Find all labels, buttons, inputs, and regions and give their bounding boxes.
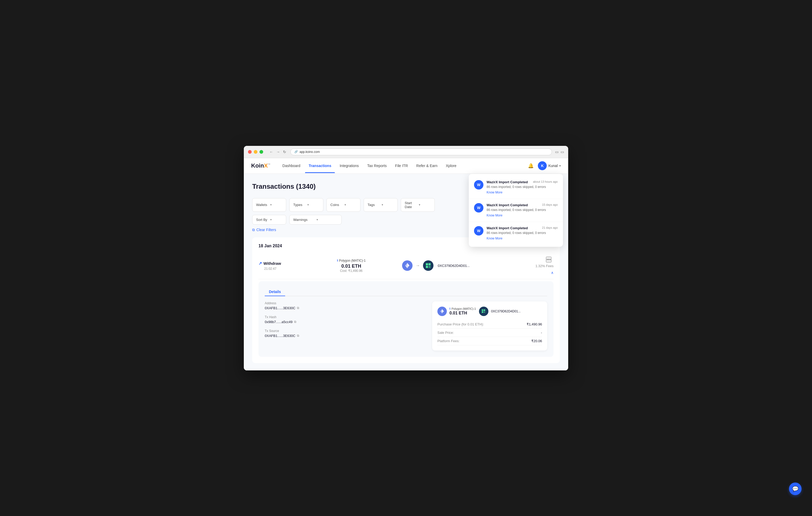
svg-rect-4: [429, 263, 431, 265]
eth-coin-icon: [402, 260, 412, 271]
coins-filter[interactable]: Coins ▾: [326, 198, 360, 212]
details-right: ℹ Polygon (MATIC)-1 0.01 ETH: [432, 301, 547, 351]
notif-body-1: 86 rows imported, 0 rows skipped, 0 erro…: [487, 185, 558, 189]
forward-button[interactable]: →: [275, 149, 281, 155]
details-left: Address 0XAFB1......3E630C ⧉ Tx Hash 0x9…: [265, 301, 424, 351]
tx-source-label: ℹ Polygon (MATIC)-1: [304, 259, 398, 263]
notif-logo-2: W: [474, 203, 484, 213]
svg-rect-11: [482, 311, 484, 313]
sort-chevron-icon: ▾: [270, 218, 282, 221]
types-filter[interactable]: Types ▾: [289, 198, 323, 212]
address-copy-icon[interactable]: ⧉: [297, 306, 299, 310]
warnings-chevron-icon: ▾: [317, 218, 338, 221]
notification-popup: W WazirX Import Completed about 13 hours…: [469, 174, 563, 247]
svg-rect-5: [426, 266, 428, 268]
tx-hash-value: 0x98b7......a5cc49 ⧉: [265, 320, 424, 324]
notif-content-3: WazirX Import Completed 21 days ago 86 r…: [487, 226, 558, 241]
detail-dest-icon: [479, 307, 488, 316]
platform-fees-label: Platform Fees:: [437, 339, 460, 343]
refresh-button[interactable]: ↻: [282, 149, 287, 155]
tx-hash-text: 0x98b7......a5cc49: [265, 320, 292, 324]
tx-address: 0XC379D62D4D01...: [438, 264, 531, 268]
maximize-button[interactable]: [260, 150, 263, 154]
tx-hash-label: Tx Hash: [265, 315, 424, 319]
notif-time-2: 15 days ago: [542, 203, 558, 206]
tx-fees-col: ••• 1.32% Fees ∧: [535, 257, 554, 275]
notif-header-1: WazirX Import Completed about 13 hours a…: [487, 180, 558, 184]
nav-integrations[interactable]: Integrations: [336, 158, 362, 173]
detail-card-address: 0XC379D62D4D01...: [491, 309, 521, 313]
browser-chrome: ← → ↻ 🔗 app.koinx.com ▭ ▭: [244, 146, 568, 158]
sort-by-filter[interactable]: Sort By ▾: [252, 215, 286, 224]
svg-rect-6: [429, 266, 431, 268]
notification-item-3: W WazirX Import Completed 21 days ago 86…: [469, 222, 563, 245]
tx-amount: 0.01 ETH: [304, 264, 398, 269]
tx-type-text: Withdraw: [263, 261, 281, 266]
detail-tx-header: ℹ Polygon (MATIC)-1 0.01 ETH: [437, 307, 542, 316]
tx-source-copy-icon[interactable]: ⧉: [297, 334, 299, 337]
notification-button[interactable]: 🔔: [528, 163, 534, 169]
navbar: KoinX™ Dashboard Transactions Integratio…: [244, 158, 568, 174]
svg-rect-9: [482, 309, 484, 311]
sale-price-value: -: [541, 331, 542, 335]
types-label: Types: [293, 203, 305, 207]
detail-source-info: ℹ Polygon (MATIC)-1: [450, 307, 476, 310]
platform-fees-value: ₹20.06: [531, 339, 542, 343]
warnings-label: Warnings: [293, 218, 314, 222]
svg-rect-12: [484, 311, 485, 313]
notif-link-1[interactable]: Know More: [487, 190, 502, 194]
start-date-label: Start Date: [405, 201, 417, 209]
tx-source-detail-text: 0XAFB1......3E630C: [265, 334, 295, 338]
start-date-filter[interactable]: Start Date ▾: [401, 198, 435, 212]
tx-source-detail-value: 0XAFB1......3E630C ⧉: [265, 334, 424, 338]
clear-filters-button[interactable]: ⧉ Clear Filters: [252, 228, 276, 232]
svg-rect-3: [426, 263, 428, 265]
clear-filters-label: Clear Filters: [256, 228, 276, 232]
detail-source-text: Polygon (MATIC)-1: [452, 307, 476, 310]
nav-xplore[interactable]: Xplore: [442, 158, 460, 173]
tx-more-menu[interactable]: •••: [546, 257, 551, 263]
details-tabs: Details: [265, 287, 547, 296]
tags-filter[interactable]: Tags ▾: [364, 198, 398, 212]
notif-logo-1: W: [474, 180, 484, 189]
nav-dashboard[interactable]: Dashboard: [279, 158, 304, 173]
wallets-chevron-icon: ▾: [270, 203, 282, 207]
tx-source-col: ℹ Polygon (MATIC)-1 0.01 ETH Cost: ₹1,49…: [304, 259, 398, 273]
user-info[interactable]: K Kunal ▾: [538, 161, 561, 170]
app-container: KoinX™ Dashboard Transactions Integratio…: [244, 158, 568, 370]
close-button[interactable]: [248, 150, 252, 154]
logo-text: KoinX™: [251, 162, 270, 169]
warnings-filter[interactable]: Warnings ▾: [289, 215, 342, 224]
nav-links: Dashboard Transactions Integrations Tax …: [279, 158, 528, 173]
nav-transactions[interactable]: Transactions: [305, 158, 335, 173]
nav-file-itr[interactable]: File ITR: [392, 158, 411, 173]
tx-hash-copy-icon[interactable]: ⧉: [294, 320, 296, 324]
tx-time: 21:02:47: [258, 267, 300, 271]
address-value: 0XAFB1......3E630C ⧉: [265, 306, 424, 310]
nav-tax-reports[interactable]: Tax Reports: [364, 158, 390, 173]
url-bar[interactable]: 🔗 app.koinx.com: [290, 149, 552, 155]
browser-cast-button[interactable]: ▭: [555, 150, 558, 154]
tx-arrow-area: →: [402, 260, 433, 271]
tx-type-col: ↗ Withdraw 21:02:47: [258, 261, 300, 271]
source-info-icon: ℹ: [337, 259, 338, 262]
platform-fees-row: Platform Fees: ₹20.06: [437, 337, 542, 345]
notif-time-3: 21 days ago: [542, 226, 558, 229]
details-tab-details[interactable]: Details: [265, 287, 285, 296]
notif-link-3[interactable]: Know More: [487, 237, 502, 240]
notif-link-2[interactable]: Know More: [487, 214, 502, 217]
notif-body-3: 86 rows imported, 0 rows skipped, 0 erro…: [487, 231, 558, 235]
start-date-chevron-icon: ▾: [419, 203, 431, 207]
tx-collapse-icon[interactable]: ∧: [551, 271, 554, 275]
types-chevron-icon: ▾: [308, 203, 319, 207]
minimize-button[interactable]: [254, 150, 257, 154]
nav-refer-earn[interactable]: Refer & Earn: [412, 158, 441, 173]
wallets-filter[interactable]: Wallets ▾: [252, 198, 286, 212]
details-panel: Details Address 0XAFB1......3E630C ⧉: [258, 281, 554, 357]
logo-tm: ™: [268, 163, 270, 166]
tx-source-field: Tx Source 0XAFB1......3E630C ⧉: [265, 329, 424, 338]
back-button[interactable]: ←: [268, 149, 274, 155]
logo: KoinX™: [251, 162, 270, 169]
browser-split-button[interactable]: ▭: [560, 150, 564, 154]
notif-title-1: WazirX Import Completed: [487, 180, 528, 184]
